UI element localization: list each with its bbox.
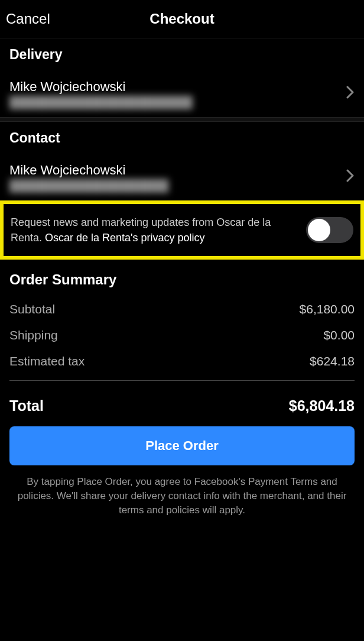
contact-email: ████████████████████ — [9, 179, 346, 192]
page-title: Checkout — [150, 11, 214, 27]
delivery-content: Mike Wojciechowski █████████████████████… — [9, 79, 346, 109]
shipping-label: Shipping — [9, 328, 58, 342]
cancel-button[interactable]: Cancel — [6, 11, 50, 27]
contact-section-header: Contact — [0, 122, 364, 152]
marketing-optin-highlight: Request news and marketing updates from … — [0, 200, 364, 260]
contact-row[interactable]: Mike Wojciechowski ████████████████████ — [0, 152, 364, 200]
place-order-button[interactable]: Place Order — [9, 426, 355, 465]
summary-divider — [9, 380, 355, 381]
toggle-knob — [308, 219, 330, 241]
delivery-address: ███████████████████████ — [9, 96, 346, 109]
marketing-toggle[interactable] — [306, 217, 353, 243]
contact-name: Mike Wojciechowski — [9, 163, 346, 178]
chevron-right-icon — [346, 86, 355, 102]
summary-row-tax: Estimated tax $624.18 — [9, 354, 355, 368]
tax-value: $624.18 — [310, 354, 355, 368]
delivery-row[interactable]: Mike Wojciechowski █████████████████████… — [0, 69, 364, 117]
summary-row-subtotal: Subtotal $6,180.00 — [9, 302, 355, 316]
summary-row-shipping: Shipping $0.00 — [9, 328, 355, 342]
total-row: Total $6,804.18 — [0, 397, 364, 415]
summary-title: Order Summary — [9, 271, 355, 288]
marketing-text: Request news and marketing updates from … — [11, 215, 306, 245]
subtotal-label: Subtotal — [9, 302, 55, 316]
contact-title: Contact — [9, 130, 355, 146]
footer: Place Order By tapping Place Order, you … — [0, 415, 364, 517]
order-summary-section: Order Summary Subtotal $6,180.00 Shippin… — [0, 260, 364, 397]
legal-text: By tapping Place Order, you agree to Fac… — [9, 465, 355, 517]
subtotal-value: $6,180.00 — [300, 302, 355, 316]
shipping-value: $0.00 — [323, 328, 355, 342]
delivery-name: Mike Wojciechowski — [9, 79, 346, 95]
contact-content: Mike Wojciechowski ████████████████████ — [9, 163, 346, 192]
total-value: $6,804.18 — [289, 397, 355, 415]
delivery-title: Delivery — [9, 47, 355, 63]
header: Cancel Checkout — [0, 0, 364, 38]
total-label: Total — [9, 397, 44, 415]
tax-label: Estimated tax — [9, 354, 84, 368]
privacy-policy-link[interactable]: Oscar de la Renta's privacy policy — [45, 232, 205, 244]
chevron-right-icon — [346, 169, 355, 186]
delivery-section-header: Delivery — [0, 38, 364, 69]
section-divider — [0, 117, 364, 122]
